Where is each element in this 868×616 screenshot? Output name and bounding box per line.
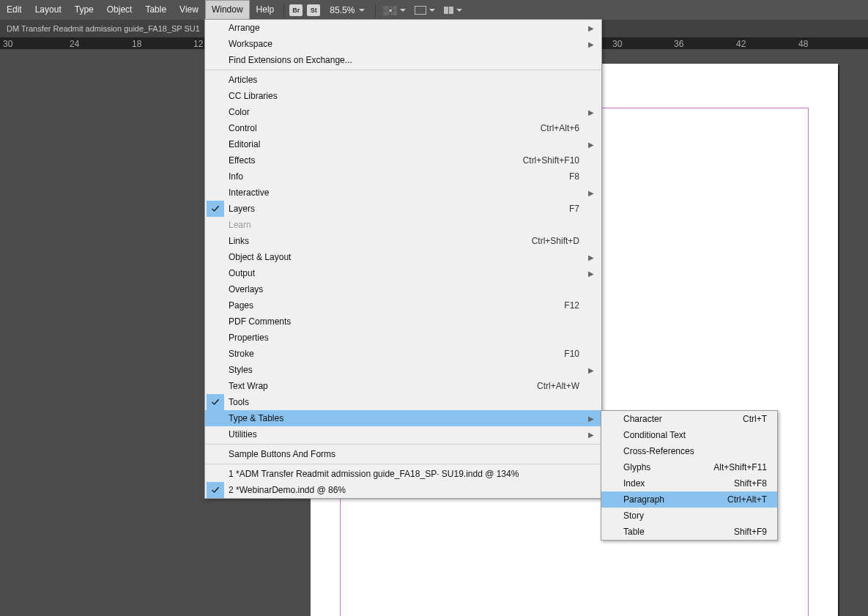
submenu-item-character[interactable]: CharacterCtrl+T bbox=[601, 411, 777, 427]
menu-shortcut: F8 bbox=[569, 171, 601, 182]
menu-item-label: Tools bbox=[226, 397, 601, 407]
submenu-item-index[interactable]: IndexShift+F8 bbox=[601, 475, 777, 491]
submenu-arrow-icon: ▶ bbox=[588, 431, 594, 439]
menu-shortcut: F10 bbox=[564, 349, 601, 359]
separator bbox=[283, 4, 284, 17]
submenu-item-cross-references[interactable]: Cross-References bbox=[601, 443, 777, 459]
menu-item-stroke[interactable]: StrokeF10 bbox=[205, 346, 601, 362]
menu-item-sample-buttons-and-forms[interactable]: Sample Buttons And Forms bbox=[205, 446, 601, 462]
ruler-tick: 12 bbox=[193, 39, 203, 49]
submenu-arrow-icon: ▶ bbox=[588, 270, 594, 278]
menu-item-layers[interactable]: LayersF7 bbox=[205, 201, 601, 217]
menu-item-color[interactable]: Color▶ bbox=[205, 104, 601, 120]
menu-item-find-extensions-on-exchange[interactable]: Find Extensions on Exchange... bbox=[205, 52, 601, 68]
menu-item-pages[interactable]: PagesF12 bbox=[205, 297, 601, 313]
submenu-label: Cross-References bbox=[623, 446, 777, 456]
menu-item-info[interactable]: InfoF8 bbox=[205, 168, 601, 185]
menu-item-label: Sample Buttons And Forms bbox=[226, 449, 601, 459]
submenu-item-paragraph[interactable]: ParagraphCtrl+Alt+T bbox=[601, 491, 777, 508]
menu-item-1-adm-transfer-readmit-admission-guide-fa18-sp-su19-indd-134[interactable]: 1 *ADM Transfer Readmit admission guide_… bbox=[205, 466, 601, 482]
submenu-arrow-icon: ▶ bbox=[588, 108, 594, 116]
ruler-tick: 30 bbox=[3, 39, 12, 49]
menu-item-label: Info bbox=[226, 171, 569, 182]
menu-item-label: Color bbox=[226, 107, 601, 117]
stock-icon[interactable]: St bbox=[307, 4, 320, 16]
menu-item-label: Type & Tables bbox=[226, 413, 601, 423]
menu-item-label: Properties bbox=[226, 333, 601, 343]
zoom-control[interactable]: 85.5% bbox=[330, 5, 365, 15]
menu-item-label: Articles bbox=[226, 75, 601, 85]
ruler-tick: 24 bbox=[70, 39, 79, 49]
arrange-documents-button[interactable] bbox=[444, 7, 462, 14]
submenu-shortcut: Ctrl+Alt+T bbox=[727, 494, 777, 505]
menu-item-label: Object & Layout bbox=[226, 252, 601, 262]
submenu-item-story[interactable]: Story bbox=[601, 508, 777, 524]
menu-item-interactive[interactable]: Interactive▶ bbox=[205, 185, 601, 201]
menu-item-label: Output bbox=[226, 268, 601, 278]
menu-item-arrange[interactable]: Arrange▶ bbox=[205, 20, 601, 36]
menu-item-label: CC Libraries bbox=[226, 91, 601, 101]
screen-icon bbox=[415, 6, 426, 15]
menu-shortcut: F7 bbox=[569, 204, 601, 214]
menu-item-articles[interactable]: Articles bbox=[205, 72, 601, 88]
submenu-label: Story bbox=[623, 511, 777, 521]
menu-item-text-wrap[interactable]: Text WrapCtrl+Alt+W bbox=[205, 378, 601, 394]
menu-item-effects[interactable]: EffectsCtrl+Shift+F10 bbox=[205, 152, 601, 168]
menu-item-learn: Learn bbox=[205, 217, 601, 233]
menu-item-label: Workspace bbox=[226, 39, 601, 49]
menu-item-label: Learn bbox=[226, 220, 601, 230]
menu-item-label: Effects bbox=[226, 155, 523, 166]
menu-item-pdf-comments[interactable]: PDF Comments bbox=[205, 313, 601, 330]
menu-edit[interactable]: Edit bbox=[0, 0, 29, 20]
separator bbox=[375, 4, 376, 17]
menu-item-output[interactable]: Output▶ bbox=[205, 265, 601, 281]
document-tab[interactable]: DM Transfer Readmit admission guide_FA18… bbox=[0, 20, 207, 37]
menu-item-tools[interactable]: Tools bbox=[205, 394, 601, 410]
menu-type[interactable]: Type bbox=[68, 0, 100, 20]
screen-mode-button[interactable] bbox=[415, 6, 435, 15]
submenu-item-glyphs[interactable]: GlyphsAlt+Shift+F11 bbox=[601, 459, 777, 475]
menu-item-label: 1 *ADM Transfer Readmit admission guide_… bbox=[226, 469, 601, 479]
view-options-button[interactable]: ░▪░ bbox=[383, 5, 405, 15]
submenu-shortcut: Ctrl+T bbox=[743, 414, 777, 424]
menu-layout[interactable]: Layout bbox=[29, 0, 68, 20]
submenu-label: Paragraph bbox=[623, 494, 727, 505]
submenu-label: Conditional Text bbox=[623, 430, 777, 440]
submenu-shortcut: Alt+Shift+F11 bbox=[713, 462, 777, 472]
menu-item-utilities[interactable]: Utilities▶ bbox=[205, 426, 601, 442]
menu-item-label: Editorial bbox=[226, 139, 601, 149]
menu-item-type-tables[interactable]: Type & Tables▶ bbox=[205, 410, 601, 426]
submenu-shortcut: Shift+F9 bbox=[734, 527, 777, 537]
menu-item-links[interactable]: LinksCtrl+Shift+D bbox=[205, 233, 601, 249]
ruler-tick: 18 bbox=[132, 39, 141, 49]
menu-item-properties[interactable]: Properties bbox=[205, 330, 601, 346]
submenu-item-table[interactable]: TableShift+F9 bbox=[601, 524, 777, 540]
menu-view[interactable]: View bbox=[173, 0, 205, 20]
menu-item-styles[interactable]: Styles▶ bbox=[205, 362, 601, 378]
menu-window[interactable]: Window bbox=[205, 0, 250, 20]
menu-item-label: Pages bbox=[226, 300, 564, 311]
menu-item-editorial[interactable]: Editorial▶ bbox=[205, 136, 601, 152]
menu-help[interactable]: Help bbox=[250, 0, 281, 20]
chevron-down-icon bbox=[400, 9, 406, 12]
menu-object[interactable]: Object bbox=[100, 0, 139, 20]
menu-shortcut: Ctrl+Alt+W bbox=[537, 381, 601, 391]
type-tables-submenu: CharacterCtrl+TConditional TextCross-Ref… bbox=[601, 410, 778, 541]
submenu-item-conditional-text[interactable]: Conditional Text bbox=[601, 427, 777, 443]
ruler-tick: 36 bbox=[674, 39, 683, 49]
menu-item-2-webinardemo-indd-86[interactable]: 2 *WebinarDemo.indd @ 86% bbox=[205, 482, 601, 498]
submenu-shortcut: Shift+F8 bbox=[734, 478, 777, 489]
submenu-arrow-icon: ▶ bbox=[588, 24, 594, 32]
menu-table[interactable]: Table bbox=[138, 0, 173, 20]
bridge-icon[interactable]: Br bbox=[289, 4, 303, 16]
menu-item-overlays[interactable]: Overlays bbox=[205, 281, 601, 297]
zoom-value: 85.5% bbox=[330, 5, 355, 15]
chevron-down-icon bbox=[456, 9, 462, 12]
menu-item-object-layout[interactable]: Object & Layout▶ bbox=[205, 249, 601, 265]
menu-item-control[interactable]: ControlCtrl+Alt+6 bbox=[205, 120, 601, 136]
menu-shortcut: Ctrl+Alt+6 bbox=[541, 123, 601, 133]
menu-item-cc-libraries[interactable]: CC Libraries bbox=[205, 88, 601, 104]
menu-item-label: Stroke bbox=[226, 349, 564, 359]
menu-item-label: PDF Comments bbox=[226, 316, 601, 327]
menu-item-workspace[interactable]: Workspace▶ bbox=[205, 36, 601, 52]
